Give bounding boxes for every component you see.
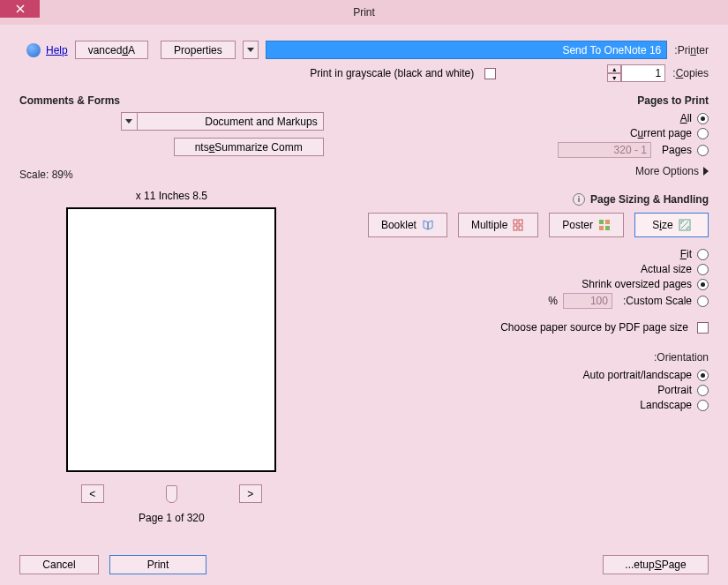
booklet-button[interactable]: Booklet — [368, 213, 447, 237]
svg-rect-7 — [605, 226, 610, 230]
multiple-icon — [513, 219, 525, 231]
radio-current[interactable] — [697, 128, 709, 139]
size-icon — [679, 219, 691, 231]
preview-prev-button[interactable]: < — [239, 484, 262, 503]
sizing-heading: Page Sizing & Handling — [590, 193, 709, 206]
radio-current-label: Current page — [630, 127, 692, 139]
advanced-button[interactable]: Advanced — [75, 41, 148, 59]
print-button[interactable]: Print — [109, 555, 206, 574]
poster-icon — [598, 219, 611, 231]
preview-next-button[interactable]: > — [81, 484, 104, 503]
orient-auto-label: Auto portrait/landscape — [583, 369, 692, 381]
more-options-label: More Options — [635, 165, 699, 177]
orientation-heading: Orientation: — [359, 351, 709, 364]
properties-button[interactable]: Properties — [161, 41, 236, 59]
close-button[interactable] — [0, 0, 40, 18]
orient-landscape-label: Landscape — [640, 399, 692, 411]
close-icon — [16, 4, 25, 13]
comments-select[interactable]: Document and Markups — [121, 112, 324, 131]
help-link[interactable]: Help — [26, 43, 68, 57]
poster-button[interactable]: Poster — [549, 213, 624, 237]
printer-select[interactable]: Send To OneNote 16 — [266, 41, 667, 59]
comments-dropdown-button[interactable] — [122, 113, 138, 130]
grayscale-checkbox[interactable] — [484, 68, 496, 79]
comments-heading: Comments & Forms — [19, 94, 324, 107]
radio-actual-label: Actual size — [641, 263, 692, 275]
radio-pages[interactable] — [697, 145, 709, 156]
copies-input[interactable] — [621, 64, 665, 82]
booklet-icon — [422, 219, 434, 231]
preview-dimensions: 8.5 x 11 Inches — [19, 190, 324, 202]
radio-shrink-label: Shrink oversized pages — [582, 278, 692, 290]
copies-label: Copies: — [672, 67, 709, 79]
svg-rect-8 — [514, 220, 517, 224]
page-indicator: Page 1 of 320 — [19, 512, 324, 524]
page-setup-button[interactable]: Page Setup... — [603, 555, 709, 574]
summarize-comments-button[interactable]: Summarize Comments — [174, 138, 324, 156]
svg-rect-11 — [519, 226, 522, 230]
svg-marker-12 — [125, 119, 132, 124]
pages-to-print-heading: Pages to Print — [359, 94, 709, 107]
percent-label: % — [548, 295, 558, 307]
radio-custom-scale[interactable] — [697, 296, 709, 307]
triangle-right-icon — [703, 167, 709, 176]
radio-orient-landscape[interactable] — [697, 400, 709, 411]
more-options-toggle[interactable]: More Options — [359, 165, 709, 177]
choose-paper-checkbox[interactable] — [697, 322, 709, 334]
chevron-down-icon — [247, 48, 254, 52]
help-label: Help — [46, 44, 68, 56]
radio-fit[interactable] — [697, 249, 709, 260]
radio-actual[interactable] — [697, 264, 709, 275]
cancel-button[interactable]: Cancel — [19, 555, 99, 574]
radio-custom-label: Custom Scale: — [623, 295, 692, 307]
help-icon — [26, 43, 41, 57]
custom-scale-input[interactable] — [563, 293, 612, 309]
svg-rect-4 — [599, 220, 604, 224]
scale-readout: Scale: 89% — [19, 169, 324, 181]
grayscale-label: Print in grayscale (black and white) — [310, 67, 474, 79]
svg-rect-9 — [519, 220, 522, 224]
svg-marker-2 — [247, 48, 254, 52]
preview-area — [66, 207, 276, 472]
printer-dropdown-button[interactable] — [243, 41, 259, 59]
printer-label: Printer: — [674, 44, 709, 56]
choose-paper-label: Choose paper source by PDF page size — [500, 321, 688, 334]
radio-all-label: All — [680, 112, 692, 124]
svg-rect-10 — [514, 226, 517, 230]
printer-select-value: Send To OneNote 16 — [562, 44, 661, 56]
preview-slider-thumb[interactable] — [166, 485, 177, 503]
comments-select-value: Document and Markups — [205, 116, 317, 128]
orient-portrait-label: Portrait — [657, 384, 692, 396]
pages-range-input[interactable] — [558, 142, 651, 158]
radio-pages-label: Pages — [662, 144, 692, 156]
window-title: Print — [353, 6, 375, 19]
radio-orient-auto[interactable] — [697, 370, 709, 381]
multiple-button[interactable]: Multiple — [458, 213, 538, 237]
copies-up[interactable]: ▲ — [607, 64, 621, 73]
radio-orient-portrait[interactable] — [697, 385, 709, 396]
copies-spinner[interactable]: ▲ ▼ — [607, 64, 665, 82]
copies-down[interactable]: ▼ — [607, 73, 621, 82]
svg-rect-6 — [599, 226, 604, 230]
radio-shrink[interactable] — [697, 279, 709, 290]
radio-all[interactable] — [697, 113, 709, 124]
size-button[interactable]: Size — [634, 213, 709, 237]
svg-rect-5 — [605, 220, 610, 224]
chevron-down-icon — [125, 119, 132, 124]
info-icon[interactable]: i — [573, 193, 585, 206]
